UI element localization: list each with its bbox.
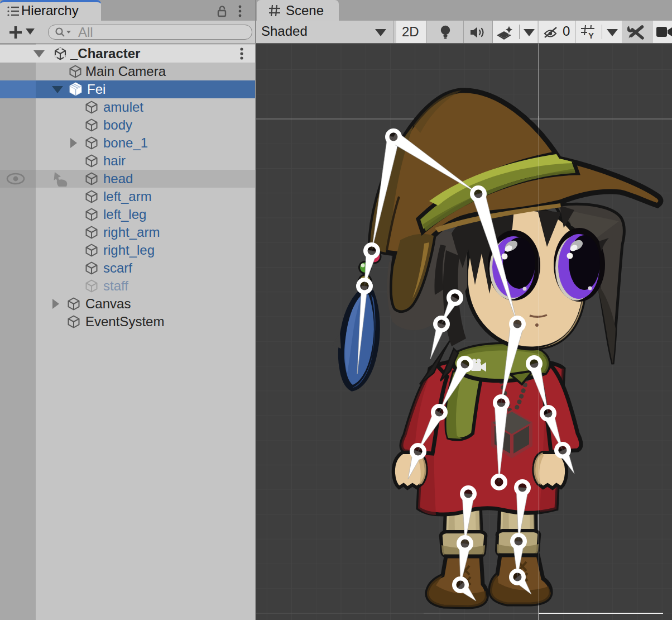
svg-text:Y: Y bbox=[588, 31, 594, 40]
